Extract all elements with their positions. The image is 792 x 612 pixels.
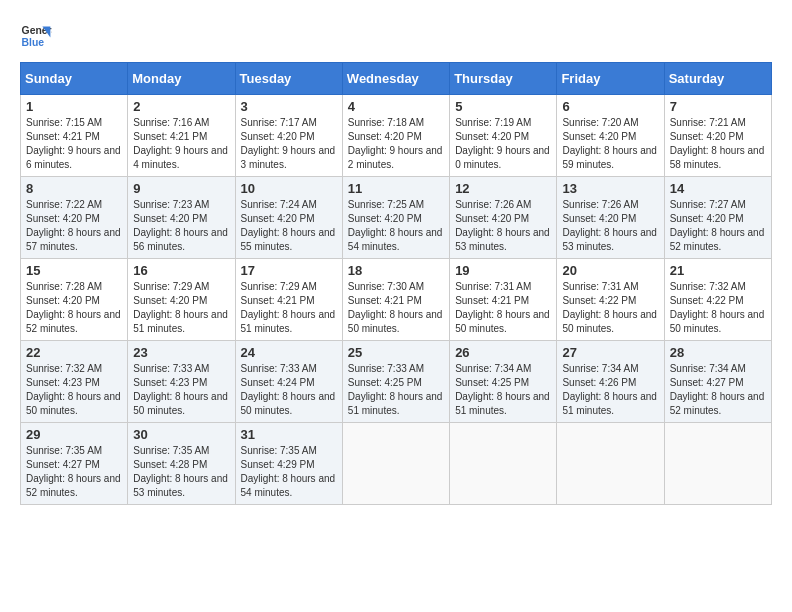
day-number: 25 — [348, 345, 444, 360]
day-info: Sunrise: 7:31 AMSunset: 4:22 PMDaylight:… — [562, 280, 658, 336]
calendar-cell: 15 Sunrise: 7:28 AMSunset: 4:20 PMDaylig… — [21, 259, 128, 341]
day-info: Sunrise: 7:29 AMSunset: 4:21 PMDaylight:… — [241, 280, 337, 336]
day-number: 30 — [133, 427, 229, 442]
day-info: Sunrise: 7:17 AMSunset: 4:20 PMDaylight:… — [241, 116, 337, 172]
day-info: Sunrise: 7:33 AMSunset: 4:24 PMDaylight:… — [241, 362, 337, 418]
calendar-cell: 25 Sunrise: 7:33 AMSunset: 4:25 PMDaylig… — [342, 341, 449, 423]
calendar-cell: 11 Sunrise: 7:25 AMSunset: 4:20 PMDaylig… — [342, 177, 449, 259]
day-number: 4 — [348, 99, 444, 114]
day-number: 7 — [670, 99, 766, 114]
calendar-cell: 20 Sunrise: 7:31 AMSunset: 4:22 PMDaylig… — [557, 259, 664, 341]
day-info: Sunrise: 7:19 AMSunset: 4:20 PMDaylight:… — [455, 116, 551, 172]
calendar-cell — [557, 423, 664, 505]
day-number: 17 — [241, 263, 337, 278]
calendar-cell: 19 Sunrise: 7:31 AMSunset: 4:21 PMDaylig… — [450, 259, 557, 341]
calendar-cell: 30 Sunrise: 7:35 AMSunset: 4:28 PMDaylig… — [128, 423, 235, 505]
logo-icon: General Blue — [20, 20, 52, 52]
day-info: Sunrise: 7:33 AMSunset: 4:23 PMDaylight:… — [133, 362, 229, 418]
calendar-cell: 17 Sunrise: 7:29 AMSunset: 4:21 PMDaylig… — [235, 259, 342, 341]
day-number: 13 — [562, 181, 658, 196]
day-info: Sunrise: 7:27 AMSunset: 4:20 PMDaylight:… — [670, 198, 766, 254]
day-info: Sunrise: 7:15 AMSunset: 4:21 PMDaylight:… — [26, 116, 122, 172]
day-number: 6 — [562, 99, 658, 114]
calendar-cell: 31 Sunrise: 7:35 AMSunset: 4:29 PMDaylig… — [235, 423, 342, 505]
weekday-header-friday: Friday — [557, 63, 664, 95]
day-info: Sunrise: 7:29 AMSunset: 4:20 PMDaylight:… — [133, 280, 229, 336]
calendar-cell: 22 Sunrise: 7:32 AMSunset: 4:23 PMDaylig… — [21, 341, 128, 423]
svg-text:Blue: Blue — [22, 37, 45, 48]
calendar-cell: 13 Sunrise: 7:26 AMSunset: 4:20 PMDaylig… — [557, 177, 664, 259]
day-number: 29 — [26, 427, 122, 442]
day-info: Sunrise: 7:23 AMSunset: 4:20 PMDaylight:… — [133, 198, 229, 254]
day-info: Sunrise: 7:35 AMSunset: 4:27 PMDaylight:… — [26, 444, 122, 500]
day-number: 11 — [348, 181, 444, 196]
day-number: 21 — [670, 263, 766, 278]
day-info: Sunrise: 7:33 AMSunset: 4:25 PMDaylight:… — [348, 362, 444, 418]
day-info: Sunrise: 7:31 AMSunset: 4:21 PMDaylight:… — [455, 280, 551, 336]
calendar-cell: 3 Sunrise: 7:17 AMSunset: 4:20 PMDayligh… — [235, 95, 342, 177]
calendar-cell: 27 Sunrise: 7:34 AMSunset: 4:26 PMDaylig… — [557, 341, 664, 423]
calendar-cell: 10 Sunrise: 7:24 AMSunset: 4:20 PMDaylig… — [235, 177, 342, 259]
day-info: Sunrise: 7:35 AMSunset: 4:28 PMDaylight:… — [133, 444, 229, 500]
day-info: Sunrise: 7:21 AMSunset: 4:20 PMDaylight:… — [670, 116, 766, 172]
day-number: 31 — [241, 427, 337, 442]
day-number: 22 — [26, 345, 122, 360]
day-info: Sunrise: 7:32 AMSunset: 4:23 PMDaylight:… — [26, 362, 122, 418]
day-number: 23 — [133, 345, 229, 360]
day-info: Sunrise: 7:20 AMSunset: 4:20 PMDaylight:… — [562, 116, 658, 172]
calendar-cell: 14 Sunrise: 7:27 AMSunset: 4:20 PMDaylig… — [664, 177, 771, 259]
calendar-cell: 2 Sunrise: 7:16 AMSunset: 4:21 PMDayligh… — [128, 95, 235, 177]
day-number: 20 — [562, 263, 658, 278]
day-number: 14 — [670, 181, 766, 196]
calendar-cell: 28 Sunrise: 7:34 AMSunset: 4:27 PMDaylig… — [664, 341, 771, 423]
calendar-cell: 4 Sunrise: 7:18 AMSunset: 4:20 PMDayligh… — [342, 95, 449, 177]
calendar-table: SundayMondayTuesdayWednesdayThursdayFrid… — [20, 62, 772, 505]
calendar-cell: 8 Sunrise: 7:22 AMSunset: 4:20 PMDayligh… — [21, 177, 128, 259]
calendar-week-2: 8 Sunrise: 7:22 AMSunset: 4:20 PMDayligh… — [21, 177, 772, 259]
day-info: Sunrise: 7:34 AMSunset: 4:27 PMDaylight:… — [670, 362, 766, 418]
weekday-header-monday: Monday — [128, 63, 235, 95]
day-info: Sunrise: 7:26 AMSunset: 4:20 PMDaylight:… — [562, 198, 658, 254]
day-number: 2 — [133, 99, 229, 114]
calendar-cell: 7 Sunrise: 7:21 AMSunset: 4:20 PMDayligh… — [664, 95, 771, 177]
weekday-header-saturday: Saturday — [664, 63, 771, 95]
day-number: 1 — [26, 99, 122, 114]
calendar-cell — [450, 423, 557, 505]
day-number: 28 — [670, 345, 766, 360]
day-number: 9 — [133, 181, 229, 196]
calendar-cell: 21 Sunrise: 7:32 AMSunset: 4:22 PMDaylig… — [664, 259, 771, 341]
calendar-week-5: 29 Sunrise: 7:35 AMSunset: 4:27 PMDaylig… — [21, 423, 772, 505]
calendar-cell — [664, 423, 771, 505]
day-info: Sunrise: 7:18 AMSunset: 4:20 PMDaylight:… — [348, 116, 444, 172]
day-info: Sunrise: 7:24 AMSunset: 4:20 PMDaylight:… — [241, 198, 337, 254]
day-info: Sunrise: 7:26 AMSunset: 4:20 PMDaylight:… — [455, 198, 551, 254]
calendar-cell: 29 Sunrise: 7:35 AMSunset: 4:27 PMDaylig… — [21, 423, 128, 505]
day-info: Sunrise: 7:28 AMSunset: 4:20 PMDaylight:… — [26, 280, 122, 336]
weekday-header-wednesday: Wednesday — [342, 63, 449, 95]
day-number: 15 — [26, 263, 122, 278]
calendar-week-4: 22 Sunrise: 7:32 AMSunset: 4:23 PMDaylig… — [21, 341, 772, 423]
calendar-cell: 24 Sunrise: 7:33 AMSunset: 4:24 PMDaylig… — [235, 341, 342, 423]
calendar-cell: 18 Sunrise: 7:30 AMSunset: 4:21 PMDaylig… — [342, 259, 449, 341]
day-number: 12 — [455, 181, 551, 196]
weekday-header-sunday: Sunday — [21, 63, 128, 95]
day-number: 16 — [133, 263, 229, 278]
day-number: 19 — [455, 263, 551, 278]
weekday-header-thursday: Thursday — [450, 63, 557, 95]
calendar-cell: 5 Sunrise: 7:19 AMSunset: 4:20 PMDayligh… — [450, 95, 557, 177]
calendar-cell: 12 Sunrise: 7:26 AMSunset: 4:20 PMDaylig… — [450, 177, 557, 259]
day-number: 3 — [241, 99, 337, 114]
calendar-week-1: 1 Sunrise: 7:15 AMSunset: 4:21 PMDayligh… — [21, 95, 772, 177]
calendar-cell — [342, 423, 449, 505]
day-info: Sunrise: 7:30 AMSunset: 4:21 PMDaylight:… — [348, 280, 444, 336]
calendar-week-3: 15 Sunrise: 7:28 AMSunset: 4:20 PMDaylig… — [21, 259, 772, 341]
day-number: 18 — [348, 263, 444, 278]
calendar-cell: 26 Sunrise: 7:34 AMSunset: 4:25 PMDaylig… — [450, 341, 557, 423]
calendar-cell: 1 Sunrise: 7:15 AMSunset: 4:21 PMDayligh… — [21, 95, 128, 177]
day-info: Sunrise: 7:35 AMSunset: 4:29 PMDaylight:… — [241, 444, 337, 500]
day-number: 24 — [241, 345, 337, 360]
day-number: 10 — [241, 181, 337, 196]
logo: General Blue — [20, 20, 52, 52]
day-info: Sunrise: 7:25 AMSunset: 4:20 PMDaylight:… — [348, 198, 444, 254]
page-header: General Blue — [20, 20, 772, 52]
